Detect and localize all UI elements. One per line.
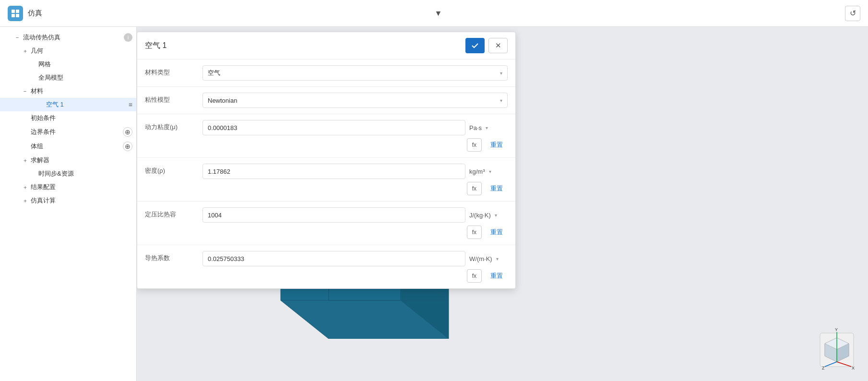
expand-plus-icon: ＋	[21, 197, 29, 204]
material-type-select[interactable]: 空气 ▾	[202, 65, 508, 81]
main-content: − 流动传热仿真 i ＋ 几何 网格 全局模型 − 材料 空气 1 ≡	[0, 27, 868, 381]
sidebar-label: 初始条件	[31, 114, 132, 122]
canvas-area: Z X Y 空气 1 ✕ 材料类型	[137, 27, 868, 381]
sidebar-item-time-step[interactable]: 时间步&资源	[0, 167, 136, 180]
expand-none-icon	[21, 143, 29, 150]
sidebar-label: 材料	[31, 87, 132, 95]
unit-chevron-icon[interactable]: ▾	[495, 213, 497, 218]
expand-none-icon	[29, 170, 36, 178]
field-control: 0.0000183 Pa·s ▾ fx 重置	[202, 120, 508, 152]
field-dynamic-viscosity: 动力粘度(μ) 0.0000183 Pa·s ▾ fx	[137, 114, 515, 158]
svg-rect-3	[16, 14, 19, 17]
info-icon[interactable]: i	[124, 33, 132, 42]
chevron-down-icon: ▾	[500, 71, 502, 76]
sidebar-item-sim-calc[interactable]: ＋ 仿真计算	[0, 194, 136, 207]
expand-icon[interactable]: ▼	[435, 9, 442, 18]
field-viscosity-model: 粘性模型 Newtonian ▾	[137, 87, 515, 114]
fx-button[interactable]: fx	[467, 226, 482, 239]
unit-label: Pa·s ▾	[469, 124, 508, 131]
sidebar-item-solver[interactable]: ＋ 求解器	[0, 154, 136, 167]
sidebar-item-geometry[interactable]: ＋ 几何	[0, 44, 136, 58]
dialog-header: 空气 1 ✕	[137, 32, 515, 60]
top-bar-actions: ↺	[845, 6, 860, 21]
field-label: 定压比热容	[145, 207, 202, 219]
field-label: 材料类型	[145, 65, 202, 77]
expand-none-icon	[29, 60, 36, 68]
density-input[interactable]: 1.17862	[202, 164, 465, 179]
unit-chevron-icon[interactable]: ▾	[496, 256, 499, 262]
expand-plus-icon: ＋	[21, 47, 29, 55]
viscosity-model-select[interactable]: Newtonian ▾	[202, 93, 508, 108]
fx-button[interactable]: fx	[467, 182, 482, 195]
field-label: 导热系数	[145, 251, 202, 262]
svg-text:X: X	[852, 366, 855, 370]
sidebar-label: 结果配置	[31, 183, 132, 191]
sidebar-item-air1[interactable]: 空气 1 ≡	[0, 98, 136, 111]
sidebar-item-mesh[interactable]: 网格	[0, 58, 136, 71]
expand-none-icon	[36, 101, 44, 108]
field-label: 粘性模型	[145, 93, 202, 104]
field-label: 密度(ρ)	[145, 164, 202, 175]
specific-heat-input[interactable]: 1004	[202, 207, 465, 223]
unit-chevron-icon[interactable]: ▾	[489, 169, 491, 174]
sidebar-label: 求解器	[31, 156, 132, 165]
svg-text:Y: Y	[835, 328, 838, 332]
field-control: 空气 ▾	[202, 65, 508, 81]
fx-button[interactable]: fx	[467, 138, 482, 152]
expand-none-icon	[29, 74, 36, 82]
field-control: 0.025750333 W/(m·K) ▾ fx 重置	[202, 251, 508, 283]
unit-label: J/(kg·K) ▾	[469, 212, 508, 219]
add-icon[interactable]: ⊕	[123, 127, 132, 137]
unit-chevron-icon[interactable]: ▾	[486, 125, 488, 131]
sidebar-label: 体组	[31, 142, 123, 151]
sidebar-item-boundary-conditions[interactable]: 边界条件 ⊕	[0, 125, 136, 139]
expand-none-icon	[21, 114, 29, 122]
dialog-body: 材料类型 空气 ▾ 粘性模型	[137, 60, 515, 288]
axis-indicator: Z X Y	[815, 328, 858, 371]
field-thermal-conductivity: 导热系数 0.025750333 W/(m·K) ▾ f	[137, 245, 515, 288]
expand-none-icon	[21, 128, 29, 136]
svg-rect-1	[16, 10, 19, 13]
thermal-conductivity-input[interactable]: 0.025750333	[202, 251, 465, 266]
field-control: 1004 J/(kg·K) ▾ fx 重置	[202, 207, 508, 239]
top-bar: 仿真 ▼ ↺	[0, 0, 868, 27]
dialog-cancel-button[interactable]: ✕	[488, 38, 508, 53]
expand-minus-icon: −	[21, 87, 29, 95]
reset-button[interactable]: 重置	[486, 138, 508, 152]
expand-minus-icon: −	[13, 34, 21, 41]
refresh-button[interactable]: ↺	[845, 6, 860, 21]
sidebar-item-flow-heat[interactable]: − 流动传热仿真 i	[0, 31, 136, 44]
sidebar-item-global-model[interactable]: 全局模型	[0, 71, 136, 84]
expand-plus-icon: ＋	[21, 156, 29, 164]
sidebar-item-materials[interactable]: − 材料	[0, 84, 136, 98]
chevron-down-icon: ▾	[500, 98, 502, 103]
sidebar-label: 仿真计算	[31, 196, 132, 205]
add-icon[interactable]: ⊕	[123, 142, 132, 151]
app-title: 仿真	[28, 9, 431, 18]
reset-button[interactable]: 重置	[486, 269, 508, 283]
material-dialog: 空气 1 ✕ 材料类型 空气 ▾	[137, 32, 516, 289]
sidebar-label: 流动传热仿真	[23, 33, 122, 42]
expand-plus-icon: ＋	[21, 183, 29, 191]
menu-icon[interactable]: ≡	[129, 101, 132, 108]
dialog-title: 空气 1	[145, 41, 462, 51]
field-density: 密度(ρ) 1.17862 kg/m³ ▾ fx	[137, 158, 515, 202]
dialog-confirm-button[interactable]	[465, 38, 485, 53]
sidebar-label: 空气 1	[46, 100, 129, 109]
fx-button[interactable]: fx	[467, 269, 482, 283]
field-specific-heat: 定压比热容 1004 J/(kg·K) ▾ fx	[137, 202, 515, 245]
sidebar-label: 几何	[31, 47, 132, 55]
sidebar-label: 时间步&资源	[38, 169, 132, 178]
sidebar-item-initial-conditions[interactable]: 初始条件	[0, 111, 136, 125]
sidebar-item-body-group[interactable]: 体组 ⊕	[0, 139, 136, 154]
dynamic-viscosity-input[interactable]: 0.0000183	[202, 120, 465, 135]
field-label: 动力粘度(μ)	[145, 120, 202, 131]
svg-rect-2	[12, 14, 15, 17]
reset-button[interactable]: 重置	[486, 182, 508, 195]
field-control: 1.17862 kg/m³ ▾ fx 重置	[202, 164, 508, 195]
svg-text:Z: Z	[822, 366, 825, 370]
sidebar-label: 全局模型	[38, 73, 132, 82]
reset-button[interactable]: 重置	[486, 226, 508, 239]
sidebar-item-result-config[interactable]: ＋ 结果配置	[0, 180, 136, 194]
sidebar-label: 边界条件	[31, 128, 123, 136]
